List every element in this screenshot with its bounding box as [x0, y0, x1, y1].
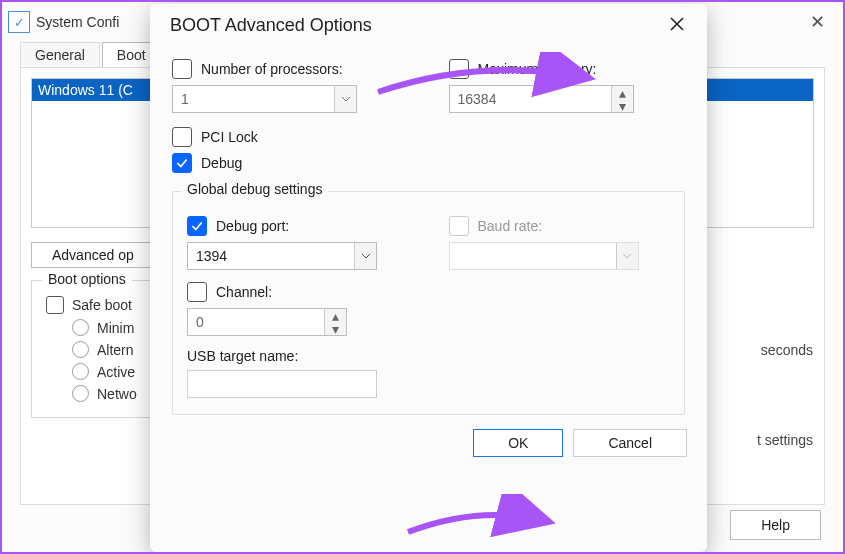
checkbox-icon: [172, 59, 192, 79]
settings-label-partial: t settings: [757, 432, 813, 448]
seconds-label-partial: seconds: [761, 342, 813, 358]
radio-active-label: Active: [97, 364, 135, 380]
advanced-options-button[interactable]: Advanced op: [31, 242, 155, 268]
debug-checkbox[interactable]: Debug: [172, 153, 685, 173]
msconfig-icon: ✓: [8, 11, 30, 33]
channel-spinner[interactable]: 0 ▴ ▾: [187, 308, 347, 336]
pci-lock-label: PCI Lock: [201, 129, 258, 145]
baud-rate-checkbox: Baud rate:: [449, 216, 671, 236]
maximum-memory-checkbox[interactable]: Maximum memory:: [449, 59, 686, 79]
radio-minimal-label: Minim: [97, 320, 134, 336]
usb-target-name-input[interactable]: [187, 370, 377, 398]
checkbox-icon: [172, 127, 192, 147]
radio-network-label: Netwo: [97, 386, 137, 402]
boot-options-legend: Boot options: [42, 271, 132, 287]
caret-down-icon[interactable]: ▾: [612, 99, 633, 112]
checkbox-icon: [187, 282, 207, 302]
safe-boot-label: Safe boot: [72, 297, 132, 313]
checkbox-icon: [46, 296, 64, 314]
radio-icon: [72, 385, 89, 402]
debug-port-checkbox[interactable]: Debug port:: [187, 216, 409, 236]
debug-port-label: Debug port:: [216, 218, 289, 234]
number-of-processors-checkbox[interactable]: Number of processors:: [172, 59, 409, 79]
channel-value: 0: [188, 314, 324, 330]
checkbox-checked-icon: [187, 216, 207, 236]
debug-label: Debug: [201, 155, 242, 171]
channel-checkbox[interactable]: Channel:: [187, 282, 670, 302]
dialog-actions: OK Cancel: [150, 415, 707, 473]
bg-close-icon[interactable]: ✕: [800, 7, 835, 37]
number-of-processors-value: 1: [173, 91, 334, 107]
radio-alternate-label: Altern: [97, 342, 134, 358]
dlg-titlebar: BOOT Advanced Options: [150, 4, 707, 43]
number-of-processors-dropdown[interactable]: 1: [172, 85, 357, 113]
global-debug-settings-group: Global debug settings Debug port: 1394: [172, 191, 685, 415]
boot-advanced-options-dialog: BOOT Advanced Options Number of processo…: [150, 4, 707, 552]
checkbox-icon: [449, 59, 469, 79]
bg-window-title: System Confi: [36, 14, 119, 30]
maximum-memory-spinner[interactable]: 16384 ▴ ▾: [449, 85, 634, 113]
usb-target-name-label: USB target name:: [187, 348, 670, 364]
cancel-button[interactable]: Cancel: [573, 429, 687, 457]
maximum-memory-label: Maximum memory:: [478, 61, 597, 77]
radio-icon: [72, 363, 89, 380]
radio-icon: [72, 319, 89, 336]
chevron-down-icon: [334, 86, 356, 112]
debug-port-value: 1394: [188, 248, 354, 264]
tab-general[interactable]: General: [20, 42, 100, 67]
chevron-down-icon: [354, 243, 376, 269]
debug-port-dropdown[interactable]: 1394: [187, 242, 377, 270]
radio-icon: [72, 341, 89, 358]
help-button[interactable]: Help: [730, 510, 821, 540]
caret-down-icon[interactable]: ▾: [325, 322, 346, 335]
spinner-controls[interactable]: ▴ ▾: [611, 86, 633, 112]
maximum-memory-value: 16384: [450, 91, 611, 107]
checkbox-disabled-icon: [449, 216, 469, 236]
chevron-down-icon: [616, 243, 638, 269]
close-icon: [669, 16, 685, 32]
dialog-body: Number of processors: 1 Maximum memory:: [150, 43, 707, 415]
dialog-close-button[interactable]: [657, 12, 697, 39]
number-of-processors-label: Number of processors:: [201, 61, 343, 77]
spinner-controls[interactable]: ▴ ▾: [324, 309, 346, 335]
baud-rate-label: Baud rate:: [478, 218, 543, 234]
ok-button[interactable]: OK: [473, 429, 563, 457]
dialog-title: BOOT Advanced Options: [170, 15, 372, 36]
pci-lock-checkbox[interactable]: PCI Lock: [172, 127, 685, 147]
channel-label: Channel:: [216, 284, 272, 300]
baud-rate-dropdown: [449, 242, 639, 270]
checkbox-checked-icon: [172, 153, 192, 173]
group-legend: Global debug settings: [181, 181, 328, 197]
